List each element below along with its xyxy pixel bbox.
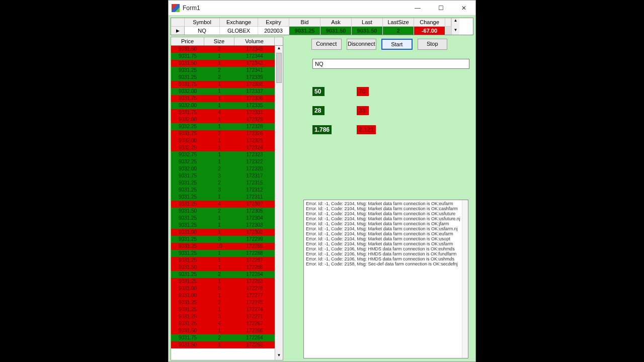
tick-col-volume[interactable]: Volume (234, 37, 275, 45)
tick-row[interactable]: 9031.252172341 (171, 67, 283, 74)
log-line: Error. Id: -1, Code: 2104, Msg: Market d… (306, 211, 466, 216)
col-exchange[interactable]: Exchange (220, 18, 258, 27)
tick-col-size[interactable]: Size (204, 37, 234, 45)
cell-exchange[interactable]: GLOBEX (220, 27, 258, 35)
start-button[interactable]: Start (381, 39, 413, 50)
tick-header: Price Size Volume (171, 37, 283, 46)
tick-row[interactable]: 9031.251172287 (171, 257, 283, 264)
log-line: Error. Id: -1, Code: 2104, Msg: Market d… (306, 236, 466, 241)
stat-down-ratio: 2.121 (357, 125, 376, 134)
tick-row[interactable]: 9031.251172303 (171, 222, 283, 229)
tick-row[interactable]: 9031.501172343 (171, 60, 283, 67)
tick-row[interactable]: 9031.751172338 (171, 81, 283, 88)
tick-row[interactable]: 9031.254172267 (171, 320, 283, 327)
tick-row[interactable]: 9031.252172275 (171, 299, 283, 306)
app-window: Form1 — ☐ ✕ Symbol Exchange Expiry Bid A… (168, 0, 476, 362)
col-change[interactable]: Change (414, 18, 445, 27)
col-symbol[interactable]: Symbol (185, 18, 220, 27)
tick-row[interactable]: 9032.251172324 (171, 144, 283, 151)
log-line: Error. Id: -1, Code: 2158, Msg: Sec-def … (306, 261, 466, 266)
tick-row[interactable]: 9031.251172288 (171, 250, 283, 257)
symbol-input[interactable] (312, 59, 469, 69)
log-line: Error. Id: -1, Code: 2104, Msg: Market d… (306, 226, 466, 231)
tick-row[interactable]: 9031.753172317 (171, 172, 283, 179)
cell-last[interactable]: 9031.50 (352, 27, 383, 35)
tick-row[interactable]: 9031.001172302 (171, 229, 283, 236)
cell-bid[interactable]: 9031.25 (289, 27, 320, 35)
tick-row[interactable]: 9032.001172335 (171, 102, 283, 109)
log-line: Error. Id: -1, Code: 2106, Msg: HMDS dat… (306, 246, 466, 251)
log-line: Error. Id: -1, Code: 2104, Msg: Market d… (306, 231, 466, 236)
tick-row[interactable]: 9031.251172304 (171, 215, 283, 222)
tick-row[interactable]: 9032.251172328 (171, 123, 283, 130)
summary-scrollbar[interactable]: ▲▼ (451, 18, 459, 35)
titlebar: Form1 — ☐ ✕ (169, 1, 475, 16)
col-expiry[interactable]: Expiry (258, 18, 289, 27)
tick-row[interactable]: 9031.251172311 (171, 194, 283, 201)
stat-down-count: 70 (357, 87, 369, 96)
row-selector-header (171, 18, 185, 27)
tick-row[interactable]: 9031.253172299 (171, 236, 283, 243)
window-title: Form1 (183, 5, 406, 12)
stop-button[interactable]: Stop (418, 39, 448, 50)
tick-row[interactable]: 9032.001172337 (171, 88, 283, 95)
col-blank (445, 18, 451, 27)
tick-row[interactable]: 9031.252172315 (171, 179, 283, 187)
tick-row[interactable]: 9031.252172339 (171, 74, 283, 81)
tick-body[interactable]: 9031.5021723459031.7511723449031.5011723… (171, 46, 283, 360)
col-ask[interactable]: Ask (320, 18, 352, 27)
tick-row[interactable]: 9031.752172326 (171, 130, 283, 137)
cell-ask[interactable]: 9031.50 (320, 27, 352, 35)
tick-row[interactable]: 9031.252172284 (171, 271, 283, 278)
app-icon (172, 4, 180, 12)
stat-down-vol: 33 (357, 106, 369, 115)
tick-row[interactable]: 9032.001172329 (171, 116, 283, 123)
tick-panel: Price Size Volume 9031.5021723459031.751… (171, 37, 283, 360)
cell-change[interactable]: -67.00 (414, 27, 445, 35)
tick-row[interactable]: 9031.001172277 (171, 292, 283, 299)
cell-blank (445, 27, 451, 35)
tick-row[interactable]: 9031.751172344 (171, 53, 283, 60)
tick-row[interactable]: 9031.254172307 (171, 201, 283, 208)
col-last[interactable]: Last (352, 18, 383, 27)
tick-row[interactable]: 9031.752172264 (171, 334, 283, 341)
stat-up-vol: 28 (312, 106, 325, 115)
minimize-button[interactable]: — (406, 1, 429, 16)
tick-row[interactable]: 9031.751172336 (171, 95, 283, 102)
log-line: Error. Id: -1, Code: 2104, Msg: Market d… (306, 216, 466, 221)
col-bid[interactable]: Bid (289, 18, 320, 27)
tick-row[interactable]: 9032.001172325 (171, 137, 283, 144)
log-line: Error. Id: -1, Code: 2104, Msg: Market d… (306, 221, 466, 226)
summary-grid: Symbol Exchange Expiry Bid Ask Last Last… (171, 18, 473, 35)
tick-row[interactable]: 9031.251172283 (171, 278, 283, 285)
connect-button[interactable]: Connect (311, 39, 342, 50)
cell-symbol[interactable]: NQ (185, 27, 220, 35)
tick-row[interactable]: 9031.2510172289 (171, 243, 283, 250)
cell-lastsize[interactable]: 2 (383, 27, 414, 35)
tick-scrollbar[interactable]: ▲▼ (275, 46, 283, 360)
close-button[interactable]: ✕ (452, 1, 475, 16)
tick-row[interactable]: 9031.754172331 (171, 109, 283, 116)
tick-row[interactable]: 9032.751172323 (171, 151, 283, 158)
tick-row[interactable]: 9031.501172263 (171, 341, 283, 348)
row-indicator[interactable]: ▶ (171, 27, 185, 35)
tick-row[interactable]: 9031.253172312 (171, 187, 283, 194)
cell-expiry[interactable]: 202003 (258, 27, 289, 35)
log-panel[interactable]: Error. Id: -1, Code: 2104, Msg: Market d… (303, 200, 468, 358)
tick-row[interactable]: 9031.502172305 (171, 208, 283, 215)
tick-row[interactable]: 9031.502172345 (171, 46, 283, 53)
col-lastsize[interactable]: LastSize (383, 18, 414, 27)
tick-row[interactable]: 9031.501172286 (171, 264, 283, 271)
disconnect-button[interactable]: Disconnect (347, 39, 377, 50)
log-line: Error. Id: -1, Code: 2106, Msg: HMDS dat… (306, 251, 466, 256)
tick-row[interactable]: 9031.253172271 (171, 313, 283, 320)
tick-col-price[interactable]: Price (171, 37, 204, 45)
log-scrollbar[interactable] (462, 200, 468, 358)
tick-row[interactable]: 9031.005172278 (171, 285, 283, 292)
maximize-button[interactable]: ☐ (429, 1, 452, 16)
tick-row[interactable]: 9032.251172322 (171, 158, 283, 165)
tick-row[interactable]: 9031.251172274 (171, 306, 283, 313)
tick-row[interactable]: 9031.501172266 (171, 327, 283, 334)
log-line: Error. Id: -1, Code: 2104, Msg: Market d… (306, 241, 466, 246)
tick-row[interactable]: 9032.002172320 (171, 165, 283, 172)
